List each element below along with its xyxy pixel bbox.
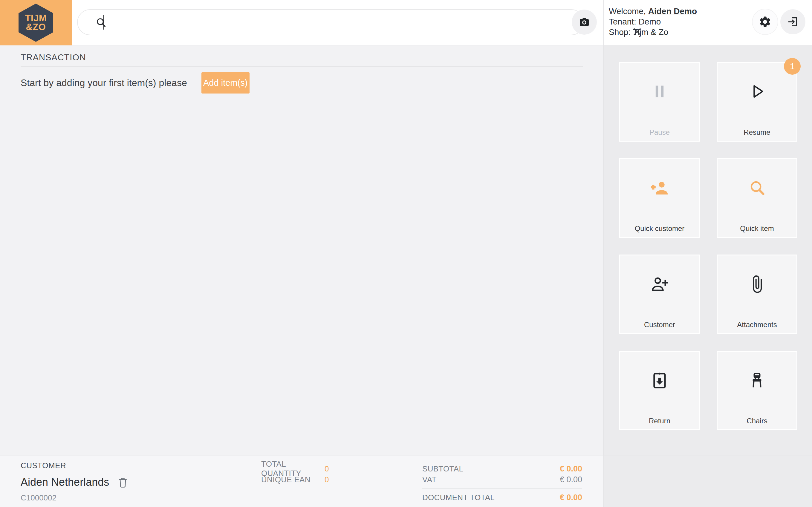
action-card-attachments[interactable]: Attachments [717, 255, 797, 334]
action-card-label: Attachments [717, 321, 797, 329]
play-icon [717, 82, 797, 101]
action-card-pause: Pause [619, 62, 700, 142]
customer-code: C1000002 [20, 493, 56, 503]
logo-block: TIJM &ZO [0, 0, 72, 45]
customer-name: Aiden Netherlands [20, 476, 109, 489]
total-quantity-value: 0 [325, 464, 329, 473]
chair-icon [717, 371, 797, 390]
logo-line1: TIJM [25, 14, 47, 23]
total-quantity-row: TOTAL QUANTITY 0 [261, 463, 329, 474]
pause-icon [620, 82, 699, 101]
transaction-area: TRANSACTION Start by adding your first i… [0, 45, 603, 456]
subtotal-label: SUBTOTAL [422, 464, 463, 473]
empty-state-message: Start by adding your first item(s) pleas… [20, 77, 187, 89]
text-caret [103, 15, 104, 30]
unique-ean-row: UNIQUE EAN 0 [261, 474, 329, 485]
transaction-title: TRANSACTION [20, 53, 86, 62]
action-card-label: Resume [717, 128, 797, 136]
action-card-quick-customer[interactable]: Quick customer [619, 158, 700, 238]
user-name-link[interactable]: Aiden Demo [648, 7, 697, 16]
customer-section-label: CUSTOMER [20, 461, 66, 470]
vat-value: € 0.00 [560, 475, 582, 484]
vat-label: VAT [422, 475, 437, 484]
action-card-chairs[interactable]: Chairs [717, 351, 797, 430]
search-icon [95, 16, 108, 29]
action-card-label: Quick item [717, 224, 797, 233]
gear-icon [759, 15, 772, 29]
welcome-prefix: Welcome, [609, 7, 648, 16]
unique-ean-value: 0 [325, 475, 329, 484]
camera-icon [578, 16, 590, 28]
panel-footer-line [604, 456, 812, 456]
document-total-value: € 0.00 [560, 493, 582, 502]
resume-count-badge: 1 [784, 58, 801, 75]
barcode-camera-button[interactable] [572, 10, 597, 35]
transaction-divider [20, 66, 583, 67]
action-card-label: Chairs [717, 417, 797, 425]
remove-customer-button[interactable] [117, 476, 129, 488]
person-add-outline-icon [620, 275, 699, 294]
totals-summary: SUBTOTAL € 0.00 VAT € 0.00 DOCUMENT TOTA… [422, 463, 582, 503]
search-item-icon [717, 178, 797, 197]
totals-divider [422, 488, 582, 489]
document-total-row: DOCUMENT TOTAL € 0.00 [422, 492, 582, 503]
unique-ean-label: UNIQUE EAN [261, 475, 325, 484]
search-input[interactable] [111, 13, 545, 32]
action-card-label: Quick customer [620, 224, 699, 233]
logout-icon [787, 15, 799, 28]
footer-bar: CUSTOMER Aiden Netherlands C1000002 TOTA… [0, 456, 603, 507]
welcome-line: Welcome, Aiden Demo [609, 6, 697, 16]
search-bar [77, 9, 584, 35]
document-total-label: DOCUMENT TOTAL [422, 493, 495, 502]
subtotal-value: € 0.00 [560, 464, 582, 473]
trash-icon [117, 476, 129, 488]
action-card-label: Return [620, 417, 699, 425]
empty-state-row: Start by adding your first item(s) pleas… [20, 72, 250, 94]
user-info: Welcome, Aiden Demo Tenant: Demo Shop: T… [609, 6, 697, 37]
quantity-summary: TOTAL QUANTITY 0 UNIQUE EAN 0 [261, 463, 329, 485]
settings-button[interactable] [753, 9, 778, 34]
action-card-label: Pause [620, 128, 699, 136]
tenant-line: Tenant: Demo [609, 16, 697, 27]
person-add-filled-icon [620, 178, 699, 198]
logout-button[interactable] [780, 9, 805, 34]
subtotal-row: SUBTOTAL € 0.00 [422, 463, 582, 474]
action-card-return[interactable]: Return [619, 351, 700, 430]
clipboard-return-icon [620, 371, 699, 390]
pos-app: TIJM &ZO [0, 0, 812, 507]
add-items-button[interactable]: Add item(s) [202, 72, 250, 94]
customer-name-row: Aiden Netherlands [20, 476, 129, 489]
logo-line2: &ZO [26, 23, 46, 32]
actions-grid: Pause 1 Resume Quick customer [619, 62, 797, 430]
tijm-zo-logo: TIJM &ZO [18, 4, 53, 42]
vat-row: VAT € 0.00 [422, 474, 582, 485]
shop-line: Shop: Tijm & Zo [609, 27, 697, 37]
action-card-customer[interactable]: Customer [619, 255, 700, 334]
action-card-label: Customer [620, 321, 699, 329]
paperclip-icon [717, 275, 797, 294]
action-card-resume[interactable]: 1 Resume [717, 62, 797, 142]
action-card-quick-item[interactable]: Quick item [717, 158, 797, 238]
